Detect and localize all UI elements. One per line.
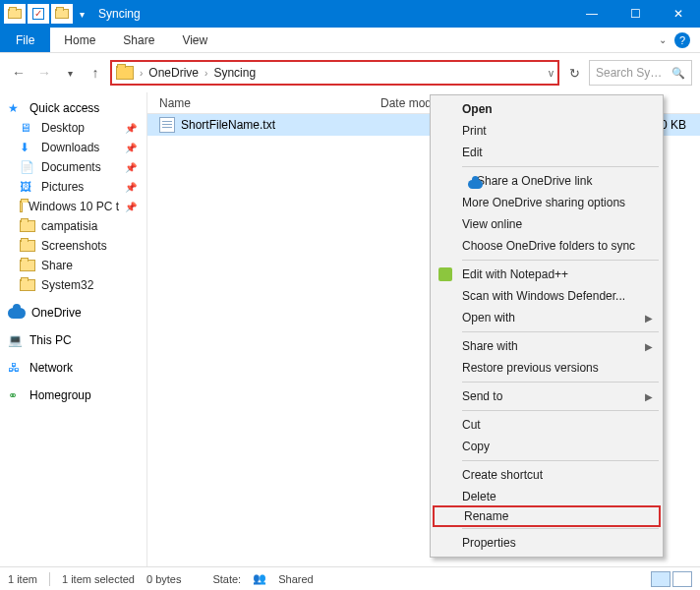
recent-locations-button[interactable]: ▾ [59,62,81,84]
menu-create-shortcut[interactable]: Create shortcut [433,464,661,486]
quick-access-group[interactable]: ★ Quick access [0,98,146,118]
folder-icon [20,220,35,232]
address-bar[interactable]: › OneDrive › Syncing v [110,60,559,86]
menu-open[interactable]: Open [433,98,661,120]
menu-print[interactable]: Print [433,120,661,142]
navigation-bar: ← → ▾ ↑ › OneDrive › Syncing v ↻ Search … [0,53,700,92]
menu-share-onedrive-link[interactable]: Share a OneDrive link [433,170,661,192]
details-view-button[interactable] [651,571,671,587]
sidebar-item-desktop[interactable]: 🖥Desktop📌 [0,118,146,138]
documents-icon: 📄 [20,160,35,174]
column-name[interactable]: Name [159,96,380,110]
pin-icon: 📌 [125,162,141,173]
sidebar-item-campatisia[interactable]: campatisia [0,216,146,236]
pin-icon: 📌 [125,202,141,212]
submenu-arrow-icon: ▶ [645,313,653,324]
window-title: Syncing [88,7,141,21]
home-tab[interactable]: Home [50,28,109,52]
qat-folder-icon[interactable] [4,4,26,24]
folder-icon [20,279,35,291]
address-dropdown[interactable]: v [549,68,554,79]
sidebar-item-system32[interactable]: System32 [0,275,146,295]
network-icon: 🖧 [8,361,24,375]
menu-scan-defender[interactable]: Scan with Windows Defender... [433,285,661,307]
back-button[interactable]: ← [8,62,29,84]
address-folder-icon [116,66,134,80]
menu-more-onedrive-sharing[interactable]: More OneDrive sharing options [433,192,661,213]
folder-icon [20,260,35,271]
sidebar-item-screenshots[interactable]: Screenshots [0,236,146,256]
minimize-button[interactable]: — [570,0,613,28]
sidebar-item-downloads[interactable]: ⬇Downloads📌 [0,138,146,157]
help-button[interactable]: ? [674,32,690,48]
sidebar-item-share[interactable]: Share [0,256,146,275]
status-selected: 1 item selected [62,573,135,585]
pictures-icon: 🖼 [20,180,35,194]
sidebar-item-pictures[interactable]: 🖼Pictures📌 [0,177,146,197]
menu-separator [462,166,659,167]
quick-access-label: Quick access [29,101,99,115]
menu-send-to[interactable]: Send to▶ [433,385,661,407]
qat-properties-checkbox[interactable] [28,4,49,24]
share-tab[interactable]: Share [109,28,168,52]
menu-rename[interactable]: Rename [433,505,661,527]
folder-icon [20,201,23,212]
ribbon-collapse-chevron[interactable]: ⌄ [659,34,667,45]
shared-icon: 👥 [253,572,266,585]
sidebar-homegroup[interactable]: ⚭Homegroup [0,385,146,405]
breadcrumb-onedrive[interactable]: OneDrive [148,66,199,80]
file-name: ShortFileName.txt [181,118,387,132]
breadcrumb-syncing[interactable]: Syncing [213,66,256,80]
menu-edit-notepadpp[interactable]: Edit with Notepad++ [433,264,661,285]
forward-button[interactable]: → [33,62,55,84]
menu-share-with[interactable]: Share with▶ [433,335,661,357]
status-bar: 1 item 1 item selected 0 bytes State: 👥 … [0,566,700,590]
sidebar-network[interactable]: 🖧Network [0,358,146,378]
view-tab[interactable]: View [168,28,221,52]
search-icon: 🔍 [671,67,685,80]
menu-properties[interactable]: Properties [433,532,661,554]
sidebar-item-documents[interactable]: 📄Documents📌 [0,157,146,177]
refresh-button[interactable]: ↻ [563,62,585,84]
sidebar-thispc[interactable]: 💻This PC [0,330,146,350]
notepadpp-icon [438,267,452,281]
menu-separator [462,528,659,529]
file-tab[interactable]: File [0,28,50,52]
menu-delete[interactable]: Delete [433,486,661,507]
navigation-pane: ★ Quick access 🖥Desktop📌 ⬇Downloads📌 📄Do… [0,92,147,566]
up-button[interactable]: ↑ [85,62,106,84]
view-buttons [651,571,692,587]
breadcrumb-sep: › [204,68,207,79]
menu-choose-sync[interactable]: Choose OneDrive folders to sync [433,235,661,257]
context-menu: Open Print Edit Share a OneDrive link Mo… [430,94,664,558]
body: ★ Quick access 🖥Desktop📌 ⬇Downloads📌 📄Do… [0,92,700,566]
pc-icon: 💻 [8,333,24,347]
qat-newfolder-icon[interactable] [51,4,73,24]
sidebar-item-win10pc[interactable]: Windows 10 PC t📌 [0,197,146,216]
menu-separator [462,460,659,461]
desktop-icon: 🖥 [20,121,35,135]
menu-open-with[interactable]: Open with▶ [433,307,661,328]
pin-icon: 📌 [125,143,141,153]
menu-edit[interactable]: Edit [433,142,661,163]
menu-copy[interactable]: Copy [433,436,661,457]
downloads-icon: ⬇ [20,141,35,154]
status-state-label: State: [212,573,241,585]
menu-cut[interactable]: Cut [433,414,661,436]
large-icons-view-button[interactable] [672,571,692,587]
maximize-button[interactable]: ☐ [613,0,657,28]
menu-restore-versions[interactable]: Restore previous versions [433,357,661,379]
close-button[interactable]: ✕ [657,0,700,28]
menu-separator [462,260,659,261]
menu-view-online[interactable]: View online [433,213,661,235]
menu-separator [462,382,659,383]
menu-separator [462,331,659,332]
ribbon-tabs: File Home Share View ⌄ ? [0,28,700,53]
search-input[interactable]: Search Sy… 🔍 [589,60,692,86]
breadcrumb-sep: › [140,68,143,79]
submenu-arrow-icon: ▶ [645,391,653,402]
titlebar: ▾ Syncing — ☐ ✕ [0,0,700,28]
quick-access-toolbar: ▾ [0,4,88,24]
qat-customize-chevron[interactable]: ▾ [75,9,88,20]
sidebar-onedrive[interactable]: OneDrive [0,303,146,323]
